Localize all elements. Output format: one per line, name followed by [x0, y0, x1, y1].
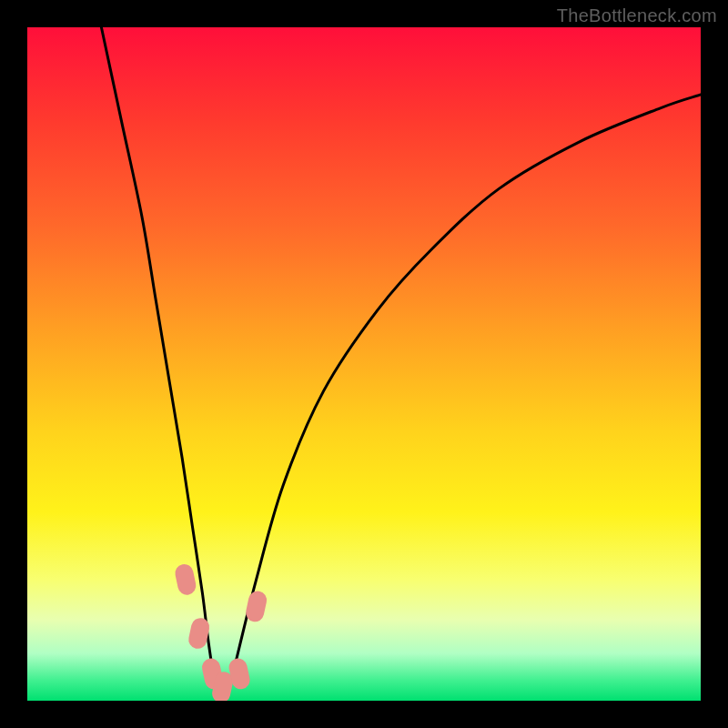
watermark-text: TheBottleneck.com — [557, 5, 717, 26]
chart-frame: TheBottleneck.com — [0, 0, 728, 728]
gradient-background — [27, 27, 701, 701]
plot-area — [27, 27, 701, 701]
chart-svg — [27, 27, 701, 701]
